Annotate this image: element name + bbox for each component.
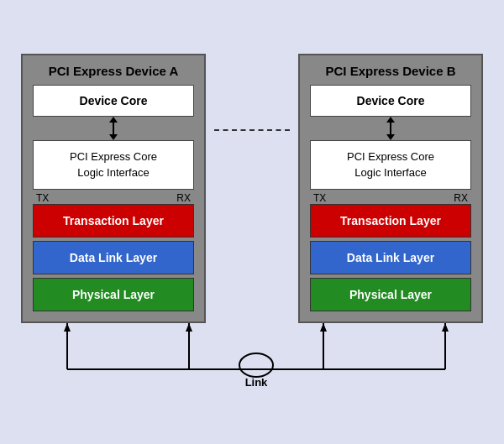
device-a-rx: RX (176, 192, 191, 204)
arrow-down-head-a (109, 134, 118, 140)
svg-point-9 (239, 353, 273, 377)
svg-marker-7 (320, 323, 327, 332)
device-b-pci-core: PCI Express Core Logic Interface (310, 140, 471, 189)
device-b-tx: TX (313, 192, 326, 204)
arrow-line-b (390, 123, 391, 134)
middle-connector (206, 54, 298, 131)
device-a-physical-layer: Physical Layer (33, 278, 194, 311)
device-b-data-link-layer: Data Link Layer (310, 241, 471, 274)
device-b-tx-rx: TX RX (310, 190, 471, 204)
svg-marker-8 (442, 323, 449, 332)
svg-text:Link: Link (245, 376, 268, 389)
device-a-transaction-layer: Transaction Layer (33, 204, 194, 238)
diagram-wrapper: PCI Express Device A Device Core PCI Exp… (4, 54, 500, 389)
device-a-tx-rx: TX RX (33, 190, 194, 204)
device-b-pci-line1: PCI Express Core (347, 150, 434, 163)
device-a-core-label: Device Core (80, 94, 148, 107)
device-b-physical-layer: Physical Layer (310, 278, 471, 311)
svg-marker-5 (64, 323, 71, 332)
device-a-container: PCI Express Device A Device Core PCI Exp… (21, 54, 206, 322)
device-a-pci-core: PCI Express Core Logic Interface (33, 140, 194, 189)
device-b-double-arrow (386, 117, 395, 140)
svg-marker-6 (186, 323, 192, 332)
arrow-up-head-b (386, 117, 395, 123)
device-b-rx: RX (454, 192, 468, 204)
device-a-double-arrow (109, 117, 118, 140)
device-a-data-link-layer: Data Link Layer (33, 241, 194, 274)
device-a-pci-line2: Logic Interface (77, 166, 149, 179)
device-a-tx: TX (36, 192, 49, 204)
arrow-up-head-a (109, 117, 118, 123)
device-b-transaction-layer: Transaction Layer (310, 204, 471, 238)
device-a-core-box: Device Core (33, 85, 194, 117)
dashed-line (214, 129, 290, 131)
arrow-down-head-b (386, 134, 395, 140)
devices-row: PCI Express Device A Device Core PCI Exp… (4, 54, 500, 322)
device-b-container: PCI Express Device B Device Core PCI Exp… (298, 54, 483, 322)
device-b-title: PCI Express Device B (325, 64, 455, 78)
device-b-core-label: Device Core (357, 94, 425, 107)
device-b-pci-line2: Logic Interface (354, 166, 426, 179)
device-b-core-box: Device Core (310, 85, 471, 117)
device-a-title: PCI Express Device A (49, 64, 179, 78)
arrow-line-a (113, 123, 114, 134)
connector-area: Link (4, 323, 500, 390)
device-a-pci-line1: PCI Express Core (70, 150, 157, 163)
link-svg: Link (21, 323, 491, 390)
